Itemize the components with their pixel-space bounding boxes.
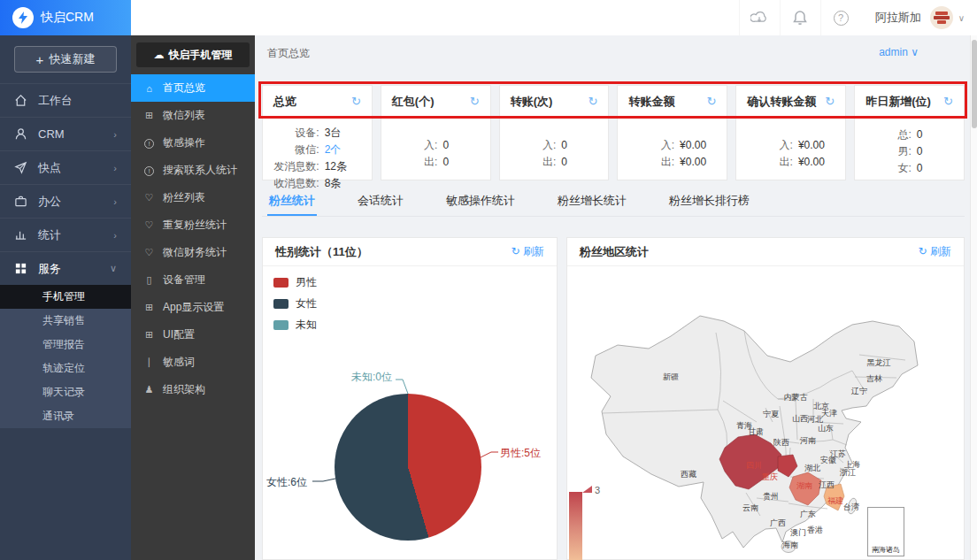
card-title: 确认转账金额 xyxy=(747,94,816,110)
scrollbar-thumb[interactable] xyxy=(972,40,977,128)
submenu-item-contacts[interactable]: 通讯录 xyxy=(0,404,131,428)
chevron-down-icon: ∨ xyxy=(110,263,117,274)
tab-fan-growth-stats[interactable]: 粉丝增长统计 xyxy=(556,193,628,216)
map-label-heilongjiang: 黑龙江 xyxy=(867,357,891,369)
refresh-button[interactable]: ↻ 刷新 xyxy=(919,244,951,259)
submenu-item-shared-sales[interactable]: 共享销售 xyxy=(0,309,131,333)
legend-item-male[interactable]: 男性 xyxy=(273,272,317,293)
brand-name: 快启CRM xyxy=(41,10,94,26)
avatar[interactable] xyxy=(930,6,953,29)
sec-item-wechat-finance[interactable]: ♡微信财务统计 xyxy=(131,239,255,266)
secondary-sidebar: ☁ 快启手机管理 ⌂首页总览 ⊞微信列表 !敏感操作 !搜索联系人统计 ♡粉丝列… xyxy=(131,35,255,560)
quick-create-button[interactable]: + 快速新建 xyxy=(14,46,117,73)
admin-dropdown[interactable]: admin ∨ xyxy=(879,46,919,58)
refresh-icon[interactable]: ↻ xyxy=(351,95,361,108)
refresh-icon[interactable]: ↻ xyxy=(470,95,480,108)
tab-session-stats[interactable]: 会话统计 xyxy=(356,193,405,216)
map-label-shanxi: 山西 xyxy=(792,413,808,425)
send-icon xyxy=(14,161,27,174)
refresh-button[interactable]: ↻ 刷新 xyxy=(512,244,544,259)
help-icon[interactable]: ? xyxy=(820,0,861,35)
tab-fan-growth-ranking[interactable]: 粉丝增长排行榜 xyxy=(667,193,751,216)
card-title: 昨日新增(位) xyxy=(865,94,931,110)
vertical-scrollbar[interactable] xyxy=(970,35,977,560)
sec-item-device-mgmt[interactable]: ▯设备管理 xyxy=(131,266,255,294)
submenu-item-mgmt-report[interactable]: 管理报告 xyxy=(0,333,131,357)
card-title: 转账金额 xyxy=(628,94,674,110)
refresh-icon[interactable]: ↻ xyxy=(825,95,835,108)
map-label-shaanxi: 陕西 xyxy=(773,437,789,449)
legend-item-female[interactable]: 女性 xyxy=(273,293,317,314)
legend-item-unknown[interactable]: 未知 xyxy=(273,314,317,335)
visualmap-pointer xyxy=(582,486,592,493)
map-label-chongqing: 重庆 xyxy=(762,472,778,483)
grid-icon: ⊞ xyxy=(143,329,155,341)
panel-title: 粉丝地区统计 xyxy=(580,244,649,260)
sec-item-sensitive-ops[interactable]: !敏感操作 xyxy=(131,129,255,157)
stat-cards-row: 总览↻ 设备:3台 微信:2个 发消息数:12条 收消息数:8条 红包(个)↻ … xyxy=(262,85,965,180)
map-label-neimenggu: 内蒙古 xyxy=(784,392,808,403)
main-content: 首页总览 admin ∨ 总览↻ 设备:3台 微信:2个 发消息数:12条 收消… xyxy=(255,35,977,560)
refresh-icon[interactable]: ↻ xyxy=(706,95,716,108)
map-label-fujian: 福建 xyxy=(827,495,843,507)
sec-item-app-display[interactable]: ⊞App显示设置 xyxy=(131,294,255,321)
heart-icon: ♡ xyxy=(143,247,155,258)
sidebar-item-services[interactable]: 服务 ∨ xyxy=(0,251,131,285)
gender-pie-chart[interactable] xyxy=(335,394,481,541)
heart-icon: ♡ xyxy=(143,219,155,231)
map-label-ningxia: 宁夏 xyxy=(763,409,779,420)
sidebar-item-crm[interactable]: CRM › xyxy=(0,117,131,150)
legend-swatch xyxy=(273,320,288,330)
stat-card-transfer-amount: 转账金额↻ 入:¥0.00 出:¥0.00 xyxy=(617,85,727,180)
chevron-right-icon: › xyxy=(113,129,117,140)
sidebar-item-workbench[interactable]: 工作台 xyxy=(0,83,131,117)
map-label-hubei: 湖北 xyxy=(804,463,820,474)
sidebar-item-office[interactable]: 办公 › xyxy=(0,184,131,218)
sec-item-wechat-list[interactable]: ⊞微信列表 xyxy=(131,102,255,129)
tab-fan-stats[interactable]: 粉丝统计 xyxy=(267,193,317,216)
phone-mgmt-header: ☁ 快启手机管理 xyxy=(136,42,250,67)
cloud-sync-icon[interactable] xyxy=(739,0,780,35)
submenu-item-phone-mgmt[interactable]: 手机管理 xyxy=(0,285,131,309)
sec-item-ui-config[interactable]: ⊞UI配置 xyxy=(131,321,255,349)
visualmap-gradient-bar[interactable] xyxy=(569,492,582,560)
map-label-xinjiang: 新疆 xyxy=(663,372,679,383)
map-label-taiwan: 台湾 xyxy=(843,502,859,513)
user-name[interactable]: 阿拉斯加 xyxy=(861,10,930,26)
alert-circle-icon: ! xyxy=(143,137,155,149)
map-label-tianjin: 天津 xyxy=(821,408,837,419)
china-map[interactable]: 南海诸岛 3 新疆 黑龙江 吉林 辽宁 内蒙古 北京 天津 宁夏 山西 河北 青… xyxy=(567,266,964,560)
submenu-item-track-location[interactable]: 轨迹定位 xyxy=(0,357,131,380)
bell-icon[interactable] xyxy=(780,0,820,35)
submenu-item-chat-records[interactable]: 聊天记录 xyxy=(0,380,131,404)
sec-item-sensitive-words[interactable]: ∣敏感词 xyxy=(131,349,255,376)
heart-icon: ♡ xyxy=(143,192,155,203)
refresh-icon[interactable]: ↻ xyxy=(589,95,598,108)
refresh-icon[interactable]: ↻ xyxy=(943,95,953,108)
user-icon: ♟ xyxy=(143,384,155,395)
sec-item-org-structure[interactable]: ♟组织架构 xyxy=(131,376,255,403)
services-submenu: 手机管理 共享销售 管理报告 轨迹定位 聊天记录 通讯录 xyxy=(0,285,131,428)
pie-label-unknown: 未知:0位 xyxy=(351,370,392,385)
map-label-guangdong: 广东 xyxy=(800,509,816,520)
map-label-yunnan: 云南 xyxy=(742,502,758,514)
sidebar-item-kuaidian[interactable]: 快点 › xyxy=(0,150,131,184)
chevron-right-icon: › xyxy=(113,163,117,173)
region-stats-panel: 粉丝地区统计 ↻ 刷新 南海诸岛 3 新疆 xyxy=(566,237,965,560)
grid-icon: ⊞ xyxy=(143,110,155,121)
map-label-guizhou: 贵州 xyxy=(763,491,779,502)
sidebar-item-statistics[interactable]: 统计 › xyxy=(0,218,131,251)
main-sidebar: + 快速新建 工作台 CRM › 快点 › 办公 › 统计 › 服务 ∨ 手机管… xyxy=(0,35,131,560)
sec-item-contact-search-stats[interactable]: !搜索联系人统计 xyxy=(131,157,255,184)
pie-label-female: 女性:6位 xyxy=(266,475,307,490)
stat-card-transfer-count: 转账(次)↻ 入:0 出:0 xyxy=(499,85,610,180)
wechat-count-link[interactable]: 2个 xyxy=(319,142,342,158)
sec-item-fans-list[interactable]: ♡粉丝列表 xyxy=(131,184,255,211)
panel-title: 性别统计（11位） xyxy=(275,244,368,260)
sec-item-duplicate-fans[interactable]: ♡重复粉丝统计 xyxy=(131,211,255,239)
pie-legend: 男性 女性 未知 xyxy=(273,272,317,335)
chevron-down-icon[interactable]: ∨ xyxy=(953,13,970,23)
tab-sensitive-op-stats[interactable]: 敏感操作统计 xyxy=(444,193,517,216)
chevron-right-icon: › xyxy=(113,230,117,241)
sec-item-home-overview[interactable]: ⌂首页总览 xyxy=(131,74,255,102)
